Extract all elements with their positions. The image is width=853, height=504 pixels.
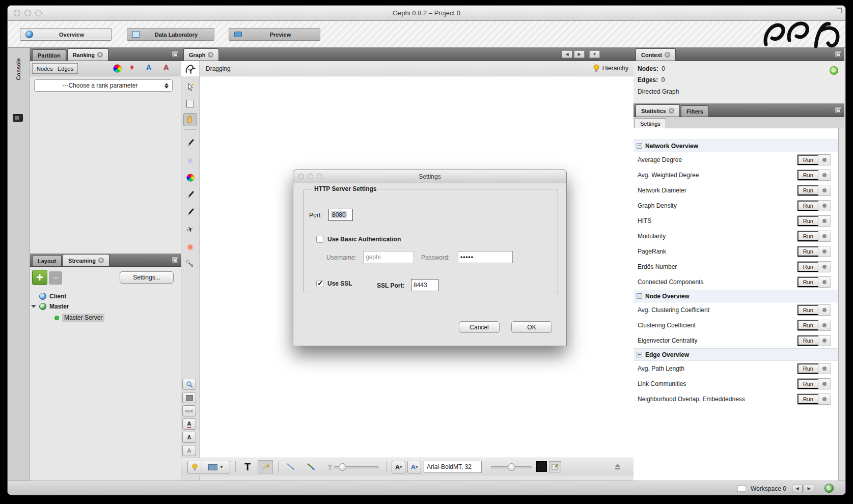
run-button[interactable]: Run — [797, 335, 818, 346]
label-size-rank-icon[interactable]: A — [163, 63, 169, 71]
close-icon[interactable] — [97, 52, 103, 58]
zoom-button[interactable] — [182, 379, 196, 390]
run-button[interactable]: Run — [797, 231, 818, 241]
tab-list-button[interactable]: ▼ — [589, 50, 600, 58]
refresh-context-button[interactable]: ⟳ — [830, 66, 838, 75]
info-dot-button[interactable] — [818, 305, 831, 315]
title-bar[interactable]: Gephi 0.8.2 – Project 0 — [8, 6, 845, 21]
edge-tool[interactable] — [183, 258, 197, 271]
run-button[interactable]: Run — [797, 277, 818, 287]
tree-item-client[interactable]: Client — [39, 291, 66, 301]
info-dot-button[interactable] — [818, 216, 831, 226]
run-button[interactable]: Run — [797, 201, 818, 211]
collapse-icon[interactable] — [637, 352, 642, 357]
rank-parameter-dropdown[interactable]: ---Choose a rank parameter — [34, 79, 173, 92]
minimize-panel-button[interactable] — [172, 51, 179, 58]
info-dot-button[interactable] — [818, 363, 831, 374]
remove-connection-button[interactable]: − — [49, 271, 62, 285]
edge-weight-slider[interactable] — [334, 466, 379, 468]
streaming-settings-button[interactable]: Settings... — [120, 271, 174, 284]
info-dot-button[interactable] — [818, 246, 831, 257]
console-tab[interactable]: Console — [15, 58, 21, 80]
collapse-toolbar-button[interactable] — [614, 463, 621, 472]
minimize-panel-button[interactable] — [835, 107, 842, 114]
scrollbar-track[interactable] — [838, 128, 844, 481]
stat-section-network-overview[interactable]: Network Overview — [634, 139, 838, 152]
close-icon[interactable] — [665, 52, 670, 58]
label-color-button[interactable]: A — [182, 418, 196, 430]
ssl-port-field[interactable]: 8443 — [411, 279, 438, 291]
run-button[interactable]: Run — [797, 305, 818, 315]
run-button[interactable]: Run — [797, 216, 818, 226]
stat-section-edge-overview[interactable]: Edge Overview — [634, 348, 838, 361]
hierarchy-control[interactable]: Hierarchy — [593, 64, 628, 72]
edge-label-color-button[interactable]: A▾ — [407, 461, 421, 473]
info-dot-button[interactable] — [818, 320, 831, 330]
minimize-panel-button[interactable] — [835, 51, 842, 58]
preview-button[interactable]: Preview — [229, 28, 320, 41]
info-dot-button[interactable] — [818, 185, 831, 195]
close-icon[interactable] — [98, 258, 104, 263]
font-field[interactable]: Arial-BoldMT, 32 — [424, 461, 482, 473]
info-dot-button[interactable] — [818, 155, 831, 165]
collapse-icon[interactable] — [637, 143, 642, 149]
subtab-settings[interactable]: Settings — [635, 118, 666, 128]
background-light-button[interactable] — [188, 461, 202, 473]
tab-partition[interactable]: Partition — [32, 49, 66, 61]
screenshot-button[interactable]: ▼ — [202, 464, 230, 470]
dialog-title-bar[interactable]: Settings — [293, 170, 566, 183]
use-ssl-checkbox[interactable] — [316, 280, 323, 287]
info-dot-button[interactable] — [818, 394, 831, 404]
overview-button[interactable]: Overview — [20, 28, 112, 41]
info-dot-button[interactable] — [818, 170, 831, 180]
node-label-color-button[interactable]: A▾ — [392, 461, 405, 473]
minimize-panel-button[interactable] — [172, 257, 179, 263]
show-edge-labels-button[interactable] — [258, 460, 273, 473]
run-button[interactable]: Run — [797, 262, 818, 272]
tab-filters[interactable]: Filters — [681, 105, 709, 117]
background-color-button[interactable] — [182, 392, 196, 403]
workspace-next-button[interactable]: ▶ — [804, 485, 814, 492]
node-pencil-tool[interactable] — [183, 188, 197, 202]
info-dot-button[interactable] — [818, 335, 831, 346]
label-font-button[interactable]: A — [182, 432, 196, 443]
run-button[interactable]: Run — [797, 379, 818, 389]
edge-display-button[interactable] — [283, 461, 298, 473]
run-button[interactable]: Run — [797, 155, 818, 165]
attributes-button[interactable] — [549, 461, 561, 472]
rectangle-selection-tool[interactable] — [183, 97, 197, 110]
stat-section-node-overview[interactable]: Node Overview — [634, 290, 838, 302]
port-field[interactable]: 8080 — [328, 209, 353, 221]
data-laboratory-button[interactable]: Data Laboratory — [127, 28, 214, 41]
tab-streaming[interactable]: Streaming — [63, 254, 109, 266]
painter-tool[interactable] — [183, 136, 197, 150]
tab-ranking[interactable]: Ranking — [67, 48, 108, 61]
run-button[interactable]: Run — [797, 246, 818, 257]
heat-brush-tool[interactable] — [183, 171, 197, 184]
add-connection-button[interactable]: + — [32, 270, 47, 285]
terminal-icon[interactable] — [13, 114, 23, 122]
edge-pencil-tool[interactable] — [183, 206, 197, 219]
show-node-labels-button[interactable]: T — [240, 460, 255, 473]
drag-tool[interactable] — [183, 113, 197, 126]
slider-thumb[interactable] — [508, 463, 515, 471]
label-size-button[interactable]: A — [182, 445, 196, 456]
shortest-path-tool[interactable]: ✈ — [183, 223, 197, 236]
slider-thumb[interactable] — [339, 463, 346, 471]
color-gradient-icon[interactable] — [113, 64, 122, 73]
info-dot-button[interactable] — [818, 379, 831, 389]
info-dot-button[interactable] — [818, 262, 831, 272]
collapse-icon[interactable] — [637, 293, 642, 299]
close-icon[interactable] — [669, 108, 674, 114]
password-field[interactable]: ••••• — [458, 251, 513, 263]
run-button[interactable]: Run — [797, 320, 818, 330]
tree-item-master-server[interactable]: Master Server — [54, 313, 104, 323]
cancel-button[interactable]: Cancel — [459, 321, 500, 333]
workspace-sync-icon[interactable]: ⟳ — [824, 484, 834, 493]
username-field[interactable]: gephi — [363, 251, 414, 263]
tab-scroll-left-button[interactable]: ◀ — [562, 50, 572, 58]
edge-color-button[interactable] — [304, 461, 319, 473]
label-size-slider[interactable] — [491, 466, 532, 468]
run-button[interactable]: Run — [797, 170, 818, 180]
info-dot-button[interactable] — [818, 277, 831, 287]
